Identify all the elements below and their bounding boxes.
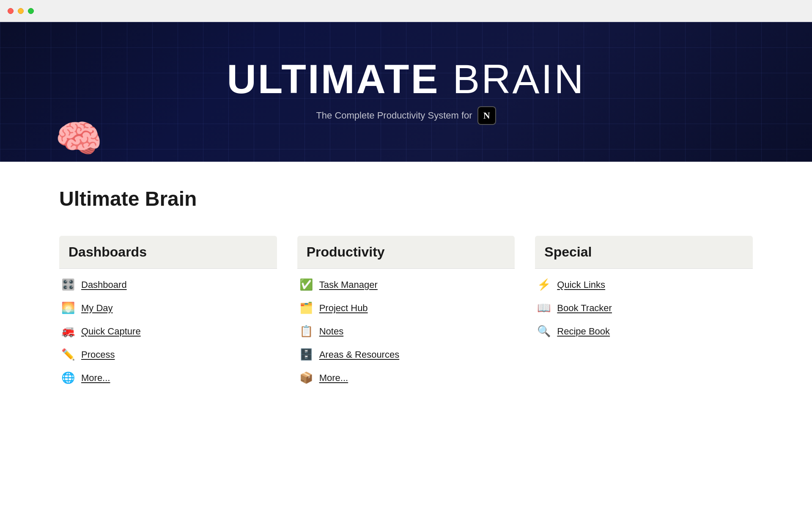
item-icon: ✅	[299, 278, 313, 291]
item-icon: 📖	[537, 301, 551, 315]
item-label: Quick Capture	[81, 326, 141, 337]
item-label: Book Tracker	[557, 303, 612, 314]
item-label: Areas & Resources	[319, 349, 400, 360]
item-icon: 🌅	[61, 301, 75, 315]
item-label: My Day	[81, 303, 113, 314]
column-dashboards: Dashboards🎛️Dashboard🌅My Day🚒Quick Captu…	[59, 236, 277, 389]
list-item[interactable]: ⚡Quick Links	[535, 274, 753, 295]
notion-badge: N	[477, 106, 496, 125]
hero-title: ULTIMATE BRAIN	[227, 59, 585, 99]
item-label: Task Manager	[319, 279, 378, 290]
list-item[interactable]: 🗄️Areas & Resources	[297, 344, 515, 365]
close-button[interactable]	[8, 8, 14, 14]
item-icon: 🗄️	[299, 348, 313, 361]
item-icon: 🌐	[61, 371, 75, 384]
list-item[interactable]: 🚒Quick Capture	[59, 320, 277, 342]
item-icon: 🎛️	[61, 278, 75, 291]
item-icon: 🗂️	[299, 301, 313, 315]
item-icon: ⚡	[537, 278, 551, 291]
list-item[interactable]: 🔍Recipe Book	[535, 320, 753, 342]
notion-symbol: N	[483, 110, 490, 121]
page-title: Ultimate Brain	[59, 187, 753, 210]
page-content: Ultimate Brain Dashboards🎛️Dashboard🌅My …	[0, 162, 812, 422]
item-label: More...	[81, 373, 110, 384]
column-header-title-dashboards: Dashboards	[69, 244, 147, 260]
list-item[interactable]: 🌐More...	[59, 367, 277, 389]
item-label: Quick Links	[557, 279, 605, 290]
column-header-title-productivity: Productivity	[307, 244, 385, 260]
column-header-title-special: Special	[544, 244, 592, 260]
column-items-dashboards: 🎛️Dashboard🌅My Day🚒Quick Capture✏️Proces…	[59, 269, 277, 389]
list-item[interactable]: 🎛️Dashboard	[59, 274, 277, 295]
maximize-button[interactable]	[28, 8, 34, 14]
list-item[interactable]: 📦More...	[297, 367, 515, 389]
column-header-special: Special	[535, 236, 753, 268]
item-label: More...	[319, 373, 348, 384]
item-icon: ✏️	[61, 348, 75, 361]
item-label: Project Hub	[319, 303, 368, 314]
item-label: Notes	[319, 326, 343, 337]
brain-emoji: 🧠	[55, 119, 102, 157]
item-icon: 🔍	[537, 325, 551, 338]
hero-banner: 🧠 ULTIMATE BRAIN The Complete Productivi…	[0, 22, 812, 162]
columns-grid: Dashboards🎛️Dashboard🌅My Day🚒Quick Captu…	[59, 236, 753, 389]
list-item[interactable]: 📋Notes	[297, 320, 515, 342]
list-item[interactable]: ✅Task Manager	[297, 274, 515, 295]
item-icon: 🚒	[61, 325, 75, 338]
column-header-dashboards: Dashboards	[59, 236, 277, 268]
hero-title-light: BRAIN	[453, 56, 585, 102]
window-chrome	[0, 0, 812, 22]
hero-subtitle: The Complete Productivity System for N	[316, 106, 496, 125]
item-label: Recipe Book	[557, 326, 610, 337]
column-items-productivity: ✅Task Manager🗂️Project Hub📋Notes🗄️Areas …	[297, 269, 515, 389]
item-icon: 📦	[299, 371, 313, 384]
list-item[interactable]: 📖Book Tracker	[535, 297, 753, 319]
list-item[interactable]: 🌅My Day	[59, 297, 277, 319]
hero-subtitle-text: The Complete Productivity System for	[316, 110, 472, 121]
column-header-productivity: Productivity	[297, 236, 515, 268]
hero-title-bold: ULTIMATE	[227, 56, 439, 102]
column-items-special: ⚡Quick Links📖Book Tracker🔍Recipe Book	[535, 269, 753, 342]
item-label: Dashboard	[81, 279, 127, 290]
item-label: Process	[81, 349, 115, 360]
list-item[interactable]: ✏️Process	[59, 344, 277, 365]
item-icon: 📋	[299, 325, 313, 338]
column-productivity: Productivity✅Task Manager🗂️Project Hub📋N…	[297, 236, 515, 389]
list-item[interactable]: 🗂️Project Hub	[297, 297, 515, 319]
minimize-button[interactable]	[18, 8, 24, 14]
column-special: Special⚡Quick Links📖Book Tracker🔍Recipe …	[535, 236, 753, 389]
